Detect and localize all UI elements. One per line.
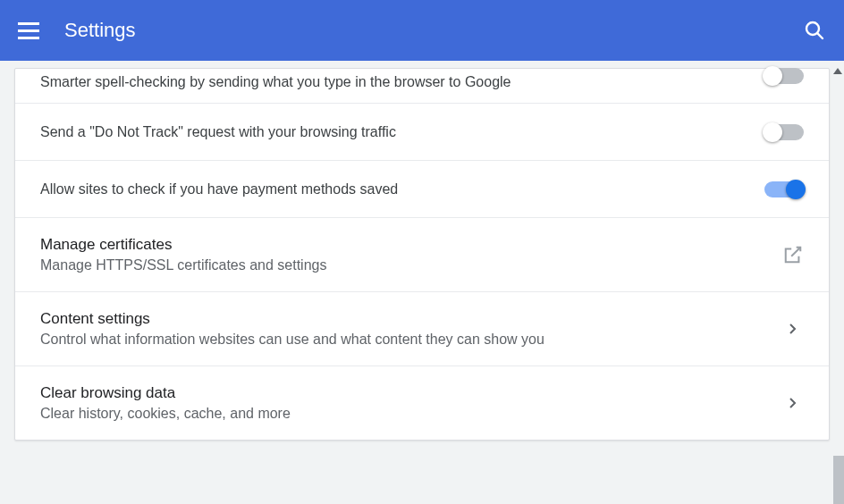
scroll-up-arrow-icon[interactable] (833, 68, 842, 74)
chevron-right-icon (782, 392, 804, 414)
setting-title: Clear browsing data (40, 384, 782, 402)
scrollbar-thumb[interactable] (833, 456, 844, 504)
search-icon[interactable] (803, 19, 826, 42)
setting-row-content-settings[interactable]: Content settings Control what informatio… (15, 292, 829, 366)
open-external-icon (782, 244, 804, 265)
setting-label: Smarter spell-checking by sending what y… (40, 74, 764, 90)
setting-row-clear-browsing-data[interactable]: Clear browsing data Clear history, cooki… (15, 366, 829, 440)
page-title: Settings (64, 19, 136, 42)
settings-card: Smarter spell-checking by sending what y… (14, 68, 830, 441)
setting-subtitle: Manage HTTPS/SSL certificates and settin… (40, 257, 782, 273)
spellcheck-toggle[interactable] (764, 68, 804, 84)
setting-label: Allow sites to check if you have payment… (40, 181, 764, 197)
chevron-right-icon (782, 318, 804, 340)
app-header: Settings (0, 0, 844, 61)
setting-label: Send a "Do Not Track" request with your … (40, 124, 764, 140)
dnt-toggle[interactable] (764, 124, 804, 140)
svg-line-1 (817, 33, 823, 38)
hamburger-menu-icon[interactable] (18, 18, 43, 43)
setting-title: Manage certificates (40, 236, 782, 254)
setting-title: Content settings (40, 310, 782, 328)
setting-row-payment[interactable]: Allow sites to check if you have payment… (15, 161, 829, 218)
setting-subtitle: Control what information websites can us… (40, 332, 782, 348)
setting-row-manage-certificates[interactable]: Manage certificates Manage HTTPS/SSL cer… (15, 218, 829, 292)
setting-subtitle: Clear history, cookies, cache, and more (40, 406, 782, 422)
setting-row-spellcheck[interactable]: Smarter spell-checking by sending what y… (15, 69, 829, 104)
setting-row-dnt[interactable]: Send a "Do Not Track" request with your … (15, 104, 829, 161)
payment-toggle[interactable] (764, 181, 804, 197)
